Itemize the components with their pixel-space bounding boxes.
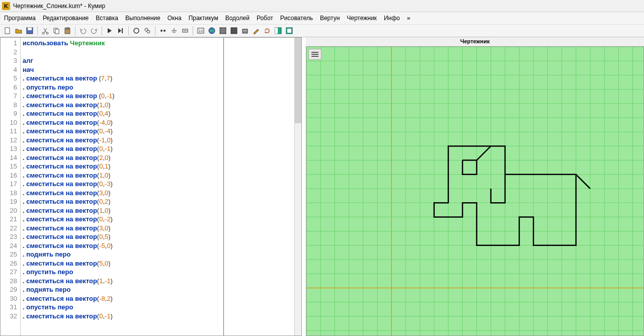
open-file-icon[interactable] bbox=[14, 26, 23, 35]
line-number: 25 bbox=[1, 250, 17, 259]
line-number-gutter: 1234567891011121314151617181920212223242… bbox=[1, 38, 21, 335]
menu-item-редактирование[interactable]: Редактирование bbox=[43, 15, 89, 22]
code-editor[interactable]: использовать Чертежник алгнач. сместитьс… bbox=[21, 38, 294, 335]
svg-rect-23 bbox=[243, 29, 248, 33]
panel1-icon[interactable] bbox=[274, 26, 283, 35]
robot-icon[interactable] bbox=[240, 26, 250, 35]
grid1-icon[interactable] bbox=[218, 26, 227, 35]
svg-rect-28 bbox=[275, 28, 278, 34]
code-line[interactable]: . сместиться на вектор(3,0) bbox=[23, 224, 292, 233]
code-line[interactable]: использовать Чертежник bbox=[23, 39, 292, 48]
code-line[interactable]: . сместиться на вектор (0,-1) bbox=[23, 92, 292, 101]
rotate-icon[interactable] bbox=[263, 26, 272, 35]
grid2-icon[interactable] bbox=[229, 26, 238, 35]
new-file-icon[interactable] bbox=[3, 26, 12, 35]
canvas-menu-button[interactable] bbox=[308, 49, 321, 60]
redo-icon[interactable] bbox=[90, 26, 99, 35]
code-line[interactable]: . сместиться на вектор(0,1) bbox=[23, 162, 292, 171]
menu-item-водолей[interactable]: Водолей bbox=[225, 15, 250, 22]
copy-icon[interactable] bbox=[52, 26, 61, 35]
menu-item-выполнение[interactable]: Выполнение bbox=[125, 15, 160, 22]
canvas-title: Чертежник bbox=[306, 37, 644, 46]
line-number: 22 bbox=[1, 224, 17, 233]
canvas-area[interactable] bbox=[306, 46, 644, 336]
line-number: 29 bbox=[1, 285, 17, 294]
code-line[interactable]: . сместиться на вектор(1,0) bbox=[23, 171, 292, 180]
code-line[interactable]: . поднять перо bbox=[23, 250, 292, 259]
drawing-eye_diag bbox=[476, 146, 491, 160]
globe-icon[interactable] bbox=[207, 26, 216, 35]
line-number: 15 bbox=[1, 162, 17, 171]
line-number: 4 bbox=[1, 65, 17, 74]
menu-item-практикум[interactable]: Практикум bbox=[189, 15, 218, 22]
menu-item-»[interactable]: » bbox=[407, 15, 411, 22]
stop-all-icon[interactable] bbox=[143, 26, 152, 35]
menu-item-вставка[interactable]: Вставка bbox=[96, 15, 118, 22]
toolbar-separator bbox=[75, 26, 75, 35]
grid-background bbox=[306, 47, 643, 335]
code-line[interactable]: . сместиться на вектор(0,-3) bbox=[23, 180, 292, 189]
svg-point-25 bbox=[246, 30, 247, 31]
line-number: 20 bbox=[1, 206, 17, 215]
menu-item-рисователь[interactable]: Рисователь bbox=[280, 15, 313, 22]
code-line[interactable]: . сместиться на вектор(5,0) bbox=[23, 259, 292, 268]
code-line[interactable]: . опустить перо bbox=[23, 303, 292, 312]
code-line[interactable]: . сместиться на вектор(-5,0) bbox=[23, 241, 292, 250]
editor-margin-line bbox=[223, 38, 224, 335]
code-line[interactable]: . сместиться на вектор(1,0) bbox=[23, 101, 292, 110]
panel2-icon[interactable] bbox=[285, 26, 294, 35]
menu-item-окна[interactable]: Окна bbox=[168, 15, 182, 22]
svg-rect-30 bbox=[287, 29, 291, 33]
stop-icon[interactable] bbox=[132, 26, 141, 35]
menu-item-вертун[interactable]: Вертун bbox=[320, 15, 340, 22]
code-line[interactable]: . сместиться на вектор(1,-1) bbox=[23, 277, 292, 286]
svg-text:10: 10 bbox=[199, 29, 203, 33]
code-line[interactable]: нач bbox=[23, 65, 292, 74]
code-line[interactable]: . сместиться на вектор(0,-4) bbox=[23, 127, 292, 136]
line-number: 10 bbox=[1, 118, 17, 127]
save-file-icon[interactable] bbox=[25, 26, 34, 35]
code-line[interactable]: . сместиться на вектор (7,7) bbox=[23, 74, 292, 83]
code-line[interactable]: . сместиться на вектор(0,-1) bbox=[23, 312, 292, 321]
scroll-thumb[interactable] bbox=[295, 38, 301, 123]
code-line[interactable]: . сместиться на вектор(2,0) bbox=[23, 153, 292, 162]
window-icon[interactable]: 10 bbox=[196, 26, 205, 35]
code-line[interactable]: . сместиться на вектор(1,0) bbox=[23, 206, 292, 215]
code-line[interactable]: . сместиться на вектор(-8,2) bbox=[23, 294, 292, 303]
undo-icon[interactable] bbox=[78, 26, 88, 35]
vertical-scrollbar[interactable] bbox=[294, 38, 301, 335]
debug1-icon[interactable] bbox=[158, 26, 168, 35]
code-line[interactable]: . сместиться на вектор(3,0) bbox=[23, 189, 292, 198]
menu-item-программа[interactable]: Программа bbox=[4, 15, 36, 22]
paste-icon[interactable] bbox=[63, 26, 72, 35]
step-icon[interactable] bbox=[116, 26, 125, 35]
menu-item-чертежник[interactable]: Чертежник bbox=[347, 15, 377, 22]
cut-icon[interactable] bbox=[41, 26, 50, 35]
code-line[interactable]: . сместиться на вектор(-1,0) bbox=[23, 136, 292, 145]
code-line[interactable]: . сместиться на вектор(0,2) bbox=[23, 197, 292, 206]
code-line[interactable]: . сместиться на вектор(0,4) bbox=[23, 109, 292, 118]
debug2-icon[interactable] bbox=[170, 26, 179, 35]
line-number: 7 bbox=[1, 92, 17, 101]
code-line[interactable]: . сместиться на вектор(-4,0) bbox=[23, 118, 292, 127]
svg-point-16 bbox=[164, 30, 166, 32]
code-line[interactable] bbox=[23, 48, 292, 57]
run-icon[interactable] bbox=[105, 26, 114, 35]
code-line[interactable]: . сместиться на вектор(0,-2) bbox=[23, 215, 292, 224]
debug3-icon[interactable] bbox=[181, 26, 190, 35]
code-line[interactable]: . опустить перо bbox=[23, 83, 292, 92]
menu-item-инфо[interactable]: Инфо bbox=[384, 15, 400, 22]
code-line[interactable]: . поднять перо bbox=[23, 285, 292, 294]
line-number: 1 bbox=[1, 39, 17, 48]
code-line[interactable]: . сместиться на вектор(0,-1) bbox=[23, 144, 292, 153]
paint-icon[interactable] bbox=[252, 26, 261, 35]
line-number: 13 bbox=[1, 144, 17, 153]
menu-item-робот[interactable]: Робот bbox=[257, 15, 273, 22]
line-number: 19 bbox=[1, 197, 17, 206]
code-line[interactable]: . опустить перо bbox=[23, 268, 292, 277]
code-line[interactable]: алг bbox=[23, 56, 292, 65]
svg-rect-22 bbox=[231, 28, 237, 34]
svg-rect-8 bbox=[66, 28, 69, 29]
menu-bar: ПрограммаРедактированиеВставкаВыполнение… bbox=[0, 12, 644, 24]
code-line[interactable]: . сместиться на вектор(0,5) bbox=[23, 232, 292, 241]
